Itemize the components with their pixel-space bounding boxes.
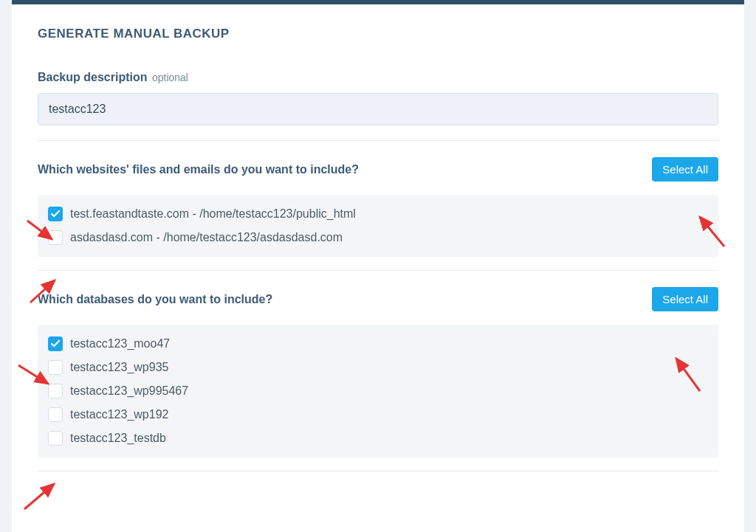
- list-item: testacc123_wp192: [48, 403, 708, 426]
- database-checkbox[interactable]: [48, 360, 63, 375]
- separator: [38, 270, 718, 271]
- databases-question: Which databases do you want to include?: [38, 293, 272, 306]
- list-item: test.feastandtaste.com - /home/testacc12…: [48, 202, 708, 226]
- database-item-label: testacc123_wp935: [70, 361, 168, 374]
- websites-question: Which websites' files and emails do you …: [38, 163, 359, 176]
- website-checkbox[interactable]: [48, 207, 63, 221]
- websites-section: Which websites' files and emails do you …: [38, 157, 718, 257]
- website-checkbox[interactable]: [48, 230, 63, 245]
- list-item: testacc123_wp935: [48, 356, 708, 379]
- databases-section: Which databases do you want to include? …: [38, 287, 718, 457]
- databases-head: Which databases do you want to include? …: [38, 287, 718, 311]
- separator: [38, 471, 718, 471]
- description-group: Backup description optional: [38, 71, 718, 125]
- form-body: Backup description optional Which websit…: [12, 56, 744, 471]
- list-item: asdasdasd.com - /home/testacc123/asdasda…: [48, 226, 708, 249]
- description-input[interactable]: [38, 93, 718, 125]
- database-item-label: testacc123_moo47: [70, 337, 170, 350]
- websites-list: test.feastandtaste.com - /home/testacc12…: [38, 195, 718, 257]
- list-item: testacc123_testdb: [48, 426, 708, 450]
- databases-select-all-button[interactable]: Select All: [652, 287, 718, 311]
- separator: [38, 140, 718, 141]
- database-item-label: testacc123_wp995467: [70, 384, 188, 398]
- website-item-label: asdasdasd.com - /home/testacc123/asdasda…: [70, 231, 343, 244]
- panel-header: GENERATE MANUAL BACKUP: [12, 4, 744, 56]
- description-optional: optional: [152, 72, 188, 83]
- description-label: Backup description optional: [38, 71, 718, 84]
- list-item: testacc123_moo47: [48, 332, 708, 356]
- website-item-label: test.feastandtaste.com - /home/testacc12…: [70, 207, 356, 221]
- database-item-label: testacc123_testdb: [70, 432, 166, 445]
- list-item: testacc123_wp995467: [48, 379, 708, 403]
- websites-select-all-button[interactable]: Select All: [652, 157, 718, 182]
- database-item-label: testacc123_wp192: [70, 408, 168, 421]
- database-checkbox[interactable]: [48, 407, 63, 422]
- database-checkbox[interactable]: [48, 336, 63, 351]
- panel-title: GENERATE MANUAL BACKUP: [38, 27, 718, 41]
- databases-list: testacc123_moo47testacc123_wp935testacc1…: [38, 325, 718, 457]
- database-checkbox[interactable]: [48, 431, 63, 446]
- websites-head: Which websites' files and emails do you …: [38, 157, 718, 182]
- backup-panel: GENERATE MANUAL BACKUP Backup descriptio…: [12, 0, 744, 532]
- description-label-text: Backup description: [38, 71, 147, 83]
- database-checkbox[interactable]: [48, 384, 63, 398]
